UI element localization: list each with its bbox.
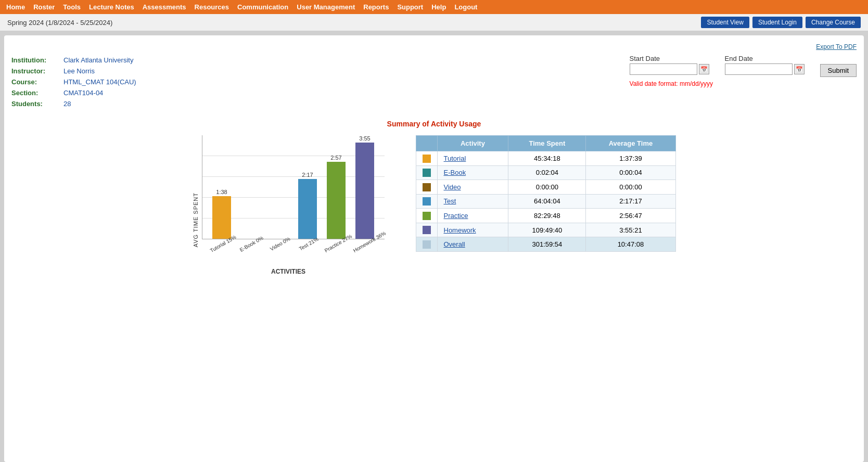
activity-name-cell: Homework <box>437 223 508 237</box>
bar-item: 3:55 <box>351 135 379 239</box>
info-value: Clark Atlanta University <box>63 55 141 66</box>
x-axis-title: ACTIVITIES <box>193 268 385 275</box>
submit-button[interactable]: Submit <box>820 64 857 77</box>
student-view-button[interactable]: Student View <box>701 17 749 28</box>
info-label: Course: <box>11 76 63 87</box>
end-date-input-row: 📅 <box>725 63 805 75</box>
info-label: Students: <box>11 98 63 109</box>
date-filter-section: Start Date 📅 End Date 📅 Submit Valid <box>630 55 857 87</box>
nav-item-home[interactable]: Home <box>6 3 25 11</box>
nav-item-resources[interactable]: Resources <box>195 3 229 11</box>
main-content: Export To PDF Institution:Clark Atlanta … <box>4 35 864 462</box>
bar-chart-area: AVG TIME SPENT 1:380:00:02:172:573:55 Tu… <box>193 135 385 247</box>
nav-item-logout[interactable]: Logout <box>454 3 477 11</box>
avg-time-cell: 2:56:47 <box>586 209 675 223</box>
bar <box>212 196 231 239</box>
bar <box>327 162 346 239</box>
activity-link[interactable]: Homework <box>444 226 476 234</box>
sub-header: Spring 2024 (1/8/2024 - 5/25/2024) Stude… <box>0 14 868 31</box>
student-login-button[interactable]: Student Login <box>752 17 802 28</box>
bar-item: 1:38 <box>208 135 236 239</box>
color-swatch <box>423 183 431 191</box>
color-swatch <box>423 212 431 220</box>
activity-link[interactable]: E-Book <box>444 169 466 176</box>
info-value: Lee Norris <box>63 66 141 76</box>
time-spent-cell: 45:34:18 <box>508 151 586 166</box>
bars-container: 1:380:00:02:172:573:55 <box>202 135 385 239</box>
nav-item-lecture-notes[interactable]: Lecture Notes <box>89 3 134 11</box>
activity-color-swatch-cell <box>416 237 437 252</box>
col-avg-time: Average Time <box>586 136 675 151</box>
avg-time-cell: 0:00:00 <box>586 180 675 195</box>
bar-item: 0:0 <box>236 135 265 239</box>
bar-item: 0:0 <box>265 135 293 239</box>
info-value: HTML_CMAT 104(CAU) <box>63 76 141 87</box>
nav-item-assessments[interactable]: Assessments <box>143 3 186 11</box>
start-date-calendar-icon[interactable]: 📅 <box>699 64 709 74</box>
end-date-input[interactable] <box>725 63 793 75</box>
activity-name-cell: Overall <box>437 237 508 252</box>
nav-item-reports[interactable]: Reports <box>363 3 389 11</box>
y-axis-label: AVG TIME SPENT <box>193 192 199 247</box>
chart-title: Summary of Activity Usage <box>387 120 481 128</box>
time-spent-cell: 82:29:48 <box>508 209 586 223</box>
bar-item: 2:57 <box>322 135 351 239</box>
bar <box>298 179 317 239</box>
col-time-spent: Time Spent <box>508 136 586 151</box>
activity-link[interactable]: Tutorial <box>444 155 466 162</box>
start-date-label: Start Date <box>630 55 709 62</box>
activity-link[interactable]: Test <box>444 197 456 205</box>
activity-link[interactable]: Video <box>444 183 461 191</box>
export-pdf-link[interactable]: Export To PDF <box>816 43 857 50</box>
activity-color-swatch-cell <box>416 209 437 223</box>
activity-row: Tutorial45:34:181:37:39 <box>416 151 675 166</box>
info-date-row: Institution:Clark Atlanta UniversityInst… <box>11 55 857 109</box>
nav-item-tools[interactable]: Tools <box>63 3 81 11</box>
activity-link[interactable]: Practice <box>444 212 468 220</box>
activity-row: Overall301:59:5410:47:08 <box>416 237 675 252</box>
chart-and-table: Summary of Activity Usage AVG TIME SPENT… <box>11 120 857 275</box>
color-swatch <box>423 155 431 163</box>
color-swatch <box>423 169 431 177</box>
info-value: 28 <box>63 98 141 109</box>
activity-name-cell: Video <box>437 180 508 195</box>
activity-color-swatch-cell <box>416 151 437 166</box>
activity-color-swatch-cell <box>416 180 437 195</box>
nav-item-roster[interactable]: Roster <box>33 3 55 11</box>
bar-value-label: 2:57 <box>330 155 341 161</box>
avg-time-cell: 10:47:08 <box>586 237 675 252</box>
nav-item-communication[interactable]: Communication <box>237 3 288 11</box>
info-row: Section:CMAT104-04 <box>11 87 141 98</box>
avg-time-cell: 2:17:17 <box>586 194 675 209</box>
date-format-hint: Valid date format: mm/dd/yyyy <box>630 80 713 87</box>
activity-table: Activity Time Spent Average Time Tutoria… <box>416 135 676 252</box>
change-course-button[interactable]: Change Course <box>806 17 861 28</box>
bar-value-label: 3:55 <box>359 135 370 142</box>
col-activity: Activity <box>437 136 508 151</box>
end-date-calendar-icon[interactable]: 📅 <box>794 64 805 74</box>
info-row: Students:28 <box>11 98 141 109</box>
color-swatch <box>423 240 431 249</box>
activity-name-cell: Test <box>437 194 508 209</box>
nav-item-help[interactable]: Help <box>431 3 446 11</box>
avg-time-cell: 1:37:39 <box>586 151 675 166</box>
time-spent-cell: 109:49:40 <box>508 223 586 237</box>
header-buttons: Student View Student Login Change Course <box>701 17 861 28</box>
chart-table-row: AVG TIME SPENT 1:380:00:02:172:573:55 Tu… <box>11 135 857 275</box>
start-date-group: Start Date 📅 <box>630 55 709 75</box>
start-date-input[interactable] <box>630 63 697 75</box>
bar-chart-inner: 1:380:00:02:172:573:55 Tutorial 15%E-Boo… <box>202 135 385 247</box>
activity-link[interactable]: Overall <box>444 240 465 248</box>
end-date-group: End Date 📅 <box>725 55 805 75</box>
time-spent-cell: 301:59:54 <box>508 237 586 252</box>
export-section: Export To PDF <box>11 43 857 50</box>
activity-table-body: Tutorial45:34:181:37:39E-Book0:02:040:00… <box>416 151 675 252</box>
nav-item-support[interactable]: Support <box>397 3 423 11</box>
info-row: Course:HTML_CMAT 104(CAU) <box>11 76 141 87</box>
time-spent-cell: 0:00:00 <box>508 180 586 195</box>
activity-name-cell: Practice <box>437 209 508 223</box>
info-label: Section: <box>11 87 63 98</box>
top-navigation: HomeRosterToolsLecture NotesAssessmentsR… <box>0 0 868 14</box>
col-color <box>416 136 437 151</box>
nav-item-user-management[interactable]: User Management <box>297 3 355 11</box>
